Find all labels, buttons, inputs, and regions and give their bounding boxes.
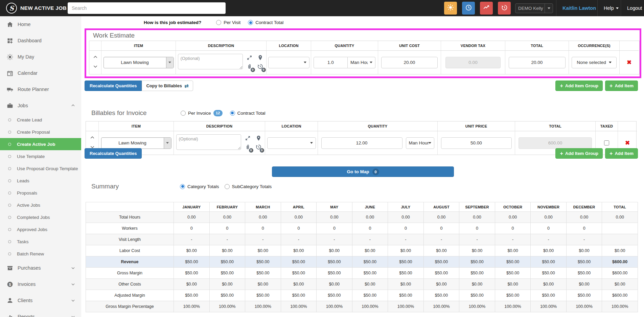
clock-quick-button[interactable] xyxy=(462,2,475,15)
chevron-up-icon[interactable] xyxy=(90,135,95,141)
quantity-input[interactable] xyxy=(321,137,402,149)
summary-row-label: Labor Cost xyxy=(86,245,174,256)
item-dropdown[interactable]: Lawn Mowing xyxy=(104,57,174,68)
description-textarea[interactable] xyxy=(178,54,243,69)
app-logo[interactable]: S xyxy=(6,3,17,14)
radio-option-contract-total[interactable]: Contract Total xyxy=(248,20,283,25)
summary-cell: 0 xyxy=(423,223,459,234)
sidebar-item-purchases[interactable]: Purchases xyxy=(0,260,81,276)
taxed-checkbox[interactable] xyxy=(604,140,609,145)
sidebar-item-completed-jobs[interactable]: Completed Jobs xyxy=(0,211,81,223)
sidebar-item-create-proposal[interactable]: Create Proposal xyxy=(0,126,81,138)
history-quick-button[interactable] xyxy=(498,2,511,15)
radio-option-per-invoice[interactable]: Per Invoice12 xyxy=(181,110,223,116)
sidebar-item-label: Use Proposal Group Template xyxy=(17,166,78,171)
account-selector[interactable]: DEMO Kelly 1 xyxy=(515,3,553,13)
go-to-map-button[interactable]: Go to Map 0 xyxy=(272,166,454,177)
radio-option-subcategory-totals[interactable]: SubCategory Totals xyxy=(225,184,272,189)
radio-circle xyxy=(230,111,235,116)
weather-quick-button[interactable] xyxy=(444,2,457,15)
quantity-unit-select[interactable]: Man Hours xyxy=(348,57,375,68)
chevron-down-icon[interactable] xyxy=(93,64,98,70)
row-reorder-handle[interactable] xyxy=(93,55,98,70)
chevron-up-icon[interactable] xyxy=(93,55,98,61)
add-item-button[interactable]: +Add Item xyxy=(605,81,638,91)
user-profile-link[interactable]: Kaitlin Lawton xyxy=(556,0,602,16)
summary-cell: - xyxy=(423,234,459,245)
sidebar-item-active-jobs[interactable]: Active Jobs xyxy=(0,199,81,211)
summary-cell: $0.00 xyxy=(209,245,245,256)
summary-cell xyxy=(602,234,638,245)
delete-row-button[interactable]: ✖ xyxy=(625,140,630,146)
expand-description-button[interactable] xyxy=(246,54,254,63)
unit-price-input[interactable] xyxy=(441,137,512,149)
description-textarea[interactable] xyxy=(176,134,241,150)
sidebar-item-approved-jobs[interactable]: Approved Jobs xyxy=(0,223,81,235)
sidebar-item-label: Leads xyxy=(17,178,29,183)
radio-option-per-visit[interactable]: Per Visit xyxy=(216,20,240,25)
add-item-group-button[interactable]: +Add Item Group xyxy=(555,148,603,159)
sidebar-item-calendar[interactable]: Calendar xyxy=(0,65,81,81)
copy-to-billables-button[interactable]: Copy to Billables⇄ xyxy=(142,81,193,91)
summary-cell: $0.00 xyxy=(317,279,352,290)
recalculate-quantities-button[interactable]: Recalculate Quantities xyxy=(85,148,142,159)
search-input[interactable] xyxy=(68,2,226,14)
summary-row-label: Gross Margin xyxy=(86,268,174,279)
sidebar-item-proposals[interactable]: Proposals xyxy=(0,187,81,199)
sidebar-item-clients[interactable]: Clients xyxy=(0,292,81,309)
radio-option-category-totals[interactable]: Category Totals xyxy=(180,184,219,189)
column-header-taxed: TAXED xyxy=(596,121,618,131)
attachments-button[interactable]: 0 xyxy=(246,63,254,71)
location-select[interactable] xyxy=(267,137,316,149)
sidebar-item-route-planner[interactable]: Route Planner xyxy=(0,81,81,97)
work-estimate-header-row: ITEMDESCRIPTIONLOCATIONQUANTITYUNIT COST… xyxy=(89,41,639,50)
add-item-button[interactable]: +Add Item xyxy=(605,148,638,159)
summary-cell: 0 xyxy=(174,223,210,234)
sidebar-item-leads[interactable]: Leads xyxy=(0,175,81,187)
sidebar-item-create-active-job[interactable]: Create Active Job xyxy=(0,138,81,150)
chevron-down-icon xyxy=(310,142,313,144)
item-dropdown-caret[interactable] xyxy=(166,57,174,68)
summary-cell: 0 xyxy=(459,223,495,234)
sidebar-item-invoices[interactable]: $Invoices xyxy=(0,276,81,292)
delete-row-button[interactable]: ✖ xyxy=(627,60,631,65)
sidebar-item-create-lead[interactable]: Create Lead xyxy=(0,114,81,126)
summary-cell: $0.00 xyxy=(459,279,495,290)
visit-notes-button[interactable]: 0 xyxy=(256,63,264,71)
summary-header: Summary Category TotalsSubCategory Total… xyxy=(91,183,272,190)
occurrence-dropdown[interactable]: None selected xyxy=(572,57,617,68)
account-selector-caret[interactable] xyxy=(545,4,553,13)
sidebar-item-my-day[interactable]: My Day xyxy=(0,49,81,65)
sidebar-item-batch-renew[interactable]: Batch Renew xyxy=(0,248,81,260)
sidebar-item-jobs[interactable]: Jobs xyxy=(0,97,81,114)
chevron-down-icon xyxy=(616,7,619,9)
location-select[interactable] xyxy=(268,57,309,68)
item-dropdown-caret[interactable] xyxy=(164,138,171,149)
trend-quick-button[interactable] xyxy=(480,2,493,15)
unit-cost-input[interactable] xyxy=(381,57,438,68)
add-item-group-button[interactable]: +Add Item Group xyxy=(555,81,603,91)
visit-notes-button[interactable]: 0 xyxy=(255,144,263,152)
summary-cell: $50.00 xyxy=(174,256,210,268)
attachments-button[interactable]: 0 xyxy=(244,144,252,152)
quantity-input[interactable] xyxy=(314,57,348,68)
sidebar-item-tasks[interactable]: Tasks xyxy=(0,235,81,248)
sidebar-item-home[interactable]: Home xyxy=(0,16,81,32)
sidebar-item-use-proposal-group-template[interactable]: Use Proposal Group Template xyxy=(0,162,81,175)
summary-cell: $0.00 xyxy=(602,279,638,290)
sidebar-item-use-template[interactable]: Use Template xyxy=(0,150,81,162)
total-input[interactable] xyxy=(509,57,566,68)
item-dropdown[interactable]: Lawn Mowing xyxy=(101,137,171,149)
summary-cell: 100.00% xyxy=(317,301,352,312)
map-pin-icon xyxy=(257,54,263,62)
sidebar-item-reports[interactable]: Reports xyxy=(0,309,81,317)
map-pin-button[interactable] xyxy=(256,54,264,63)
logout-button[interactable]: Logout xyxy=(621,0,644,16)
radio-option-contract-total[interactable]: Contract Total xyxy=(230,111,266,116)
sidebar-item-dashboard[interactable]: Dashboard xyxy=(0,32,81,49)
quantity-unit-select[interactable]: Man Hours xyxy=(406,137,434,149)
map-pin-button[interactable] xyxy=(255,135,263,143)
sidebar-item-label: Calendar xyxy=(18,70,38,76)
expand-description-button[interactable] xyxy=(244,135,252,143)
recalculate-quantities-button[interactable]: Recalculate Quantities xyxy=(85,81,142,91)
